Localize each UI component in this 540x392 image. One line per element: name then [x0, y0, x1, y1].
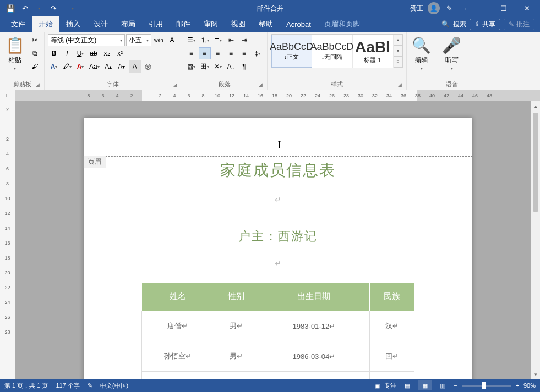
col-gender[interactable]: 性别: [214, 283, 258, 311]
scroll-down[interactable]: ▾: [531, 369, 540, 379]
status-spellcheck-icon[interactable]: ✎: [88, 382, 92, 389]
line-spacing-button[interactable]: ‡▾: [252, 47, 264, 59]
status-page[interactable]: 第 1 页，共 1 页: [4, 382, 48, 390]
paragraph-launcher[interactable]: ◢: [259, 82, 263, 87]
table-cell[interactable]: 回↵: [370, 341, 414, 372]
style-nospacing[interactable]: AaBbCcD↓无间隔: [312, 35, 353, 68]
tab-references[interactable]: 引用: [142, 16, 170, 32]
asian-layout-button[interactable]: ✕▾: [212, 60, 224, 73]
comments-button[interactable]: ✎批注: [504, 19, 534, 30]
table-cell[interactable]: 孙悟空↵: [141, 341, 214, 372]
table-row[interactable]: 猪八戒↵男↵1986-09-07↵汉↵: [141, 372, 414, 379]
font-launcher[interactable]: ◢: [173, 82, 177, 87]
scroll-thumb[interactable]: [533, 113, 538, 212]
table-row[interactable]: 孙悟空↵男↵1986-03-04↵回↵: [141, 341, 414, 372]
col-ethnic[interactable]: 民族: [370, 283, 414, 311]
paste-button[interactable]: 📋 粘贴 ▾: [3, 34, 26, 73]
increase-indent-button[interactable]: ⇥: [238, 34, 250, 46]
tab-help[interactable]: 帮助: [252, 16, 280, 32]
tab-design[interactable]: 设计: [87, 16, 114, 32]
draw-icon[interactable]: ✎: [443, 2, 455, 14]
multilevel-button[interactable]: ≣▾: [212, 34, 224, 46]
table-cell[interactable]: 汉↵: [370, 311, 414, 341]
scroll-up[interactable]: ▴: [531, 101, 540, 111]
maximize-button[interactable]: ☐: [493, 0, 515, 16]
tab-header-footer[interactable]: 页眉和页脚: [318, 16, 367, 32]
focus-label[interactable]: 专注: [384, 382, 396, 390]
dictate-button[interactable]: 🎤 听写 ▾: [440, 34, 463, 73]
underline-button[interactable]: U▾: [74, 47, 86, 59]
zoom-level[interactable]: 90%: [523, 382, 536, 389]
table-cell[interactable]: 唐僧↵: [141, 311, 214, 341]
table-row[interactable]: 唐僧↵男↵1983-01-12↵汉↵: [141, 311, 414, 341]
search-icon[interactable]: 🔍: [441, 20, 450, 28]
minimize-button[interactable]: —: [470, 0, 492, 16]
bullets-button[interactable]: ☰▾: [186, 34, 198, 46]
format-painter-button[interactable]: 🖌: [29, 60, 41, 73]
subscript-button[interactable]: x₂: [101, 47, 113, 59]
bold-button[interactable]: B: [48, 47, 60, 59]
table-cell[interactable]: 猪八戒↵: [141, 372, 214, 379]
horizontal-ruler[interactable]: 8642246810121416182022242628303234363840…: [15, 90, 540, 101]
italic-button[interactable]: I: [61, 47, 73, 59]
focus-icon[interactable]: ▣: [374, 382, 380, 389]
ruler-corner[interactable]: L: [0, 90, 15, 101]
table-cell[interactable]: 男↵: [214, 372, 258, 379]
undo-dropdown[interactable]: ▾: [33, 2, 45, 14]
tab-acrobat[interactable]: Acrobat: [280, 16, 318, 32]
edit-button[interactable]: 🔍 编辑 ▾: [410, 34, 433, 73]
char-shading-button[interactable]: Aa▾: [88, 60, 101, 73]
status-words[interactable]: 117 个字: [56, 382, 79, 390]
cut-button[interactable]: ✂: [29, 34, 41, 46]
grow-font-button[interactable]: A▴: [102, 60, 114, 73]
status-language[interactable]: 中文(中国): [100, 382, 128, 390]
decrease-indent-button[interactable]: ⇤: [225, 34, 237, 46]
style-heading1[interactable]: AaBl标题 1: [353, 35, 394, 68]
col-name[interactable]: 姓名: [141, 283, 214, 311]
search-label[interactable]: 搜索: [453, 20, 466, 29]
zoom-in-button[interactable]: +: [516, 382, 519, 389]
gallery-more[interactable]: ≡: [394, 57, 402, 68]
header-area[interactable]: 页眉: [84, 156, 472, 157]
gallery-down[interactable]: ▾: [394, 46, 402, 57]
table-cell[interactable]: 1986-09-07↵: [258, 372, 370, 379]
distribute-button[interactable]: ≡: [238, 47, 250, 59]
numbering-button[interactable]: ⒈▾: [199, 34, 211, 46]
vertical-scrollbar[interactable]: ▴ ▾: [531, 101, 540, 379]
redo-icon[interactable]: ↷: [47, 2, 59, 14]
shrink-font-button[interactable]: A▾: [116, 60, 128, 73]
enclose-char-button[interactable]: A: [129, 60, 141, 73]
strikethrough-button[interactable]: ab: [88, 47, 100, 59]
tab-layout[interactable]: 布局: [114, 16, 142, 32]
borders-button[interactable]: 田▾: [199, 60, 211, 73]
shading-button[interactable]: ▧▾: [186, 60, 198, 73]
close-button[interactable]: ✕: [516, 0, 538, 16]
tab-review[interactable]: 审阅: [197, 16, 225, 32]
share-button[interactable]: ⇪共享: [470, 19, 500, 30]
show-marks-button[interactable]: ¶: [238, 60, 250, 73]
undo-icon[interactable]: ↶: [19, 2, 31, 14]
member-table[interactable]: 姓名 性别 出生日期 民族 唐僧↵男↵1983-01-12↵汉↵孙悟空↵男↵19…: [141, 282, 414, 379]
char-border-button[interactable]: A: [166, 34, 178, 46]
highlight-button[interactable]: 🖍▾: [61, 60, 73, 73]
text-effects-button[interactable]: A▾: [48, 60, 60, 73]
align-right-button[interactable]: ≡: [212, 47, 224, 59]
phonetic-guide-button[interactable]: wén: [152, 34, 165, 46]
gallery-up[interactable]: ▴: [394, 35, 402, 46]
print-layout-button[interactable]: ▦: [418, 380, 432, 390]
styles-launcher[interactable]: ◢: [398, 82, 402, 87]
style-normal[interactable]: AaBbCcD↓正文: [271, 35, 312, 68]
circle-char-button[interactable]: ㊛: [142, 60, 154, 73]
tab-mailings[interactable]: 邮件: [170, 16, 197, 32]
font-size-select[interactable]: 小五▾: [126, 34, 151, 46]
align-center-button[interactable]: ≡: [199, 47, 211, 59]
tab-file[interactable]: 文件: [4, 16, 32, 32]
table-cell[interactable]: 汉↵: [370, 372, 414, 379]
web-layout-button[interactable]: ▥: [436, 380, 449, 390]
zoom-out-button[interactable]: −: [454, 382, 457, 389]
font-color-button[interactable]: A▾: [74, 60, 86, 73]
tab-view[interactable]: 视图: [225, 16, 252, 32]
zoom-slider[interactable]: [462, 385, 511, 387]
save-icon[interactable]: 💾: [4, 2, 17, 14]
document-body[interactable]: 家庭成员信息表 ↵ 户主：西游记 ↵ 姓名 性别 出生日期 民族 唐僧↵男↵19…: [84, 160, 472, 379]
